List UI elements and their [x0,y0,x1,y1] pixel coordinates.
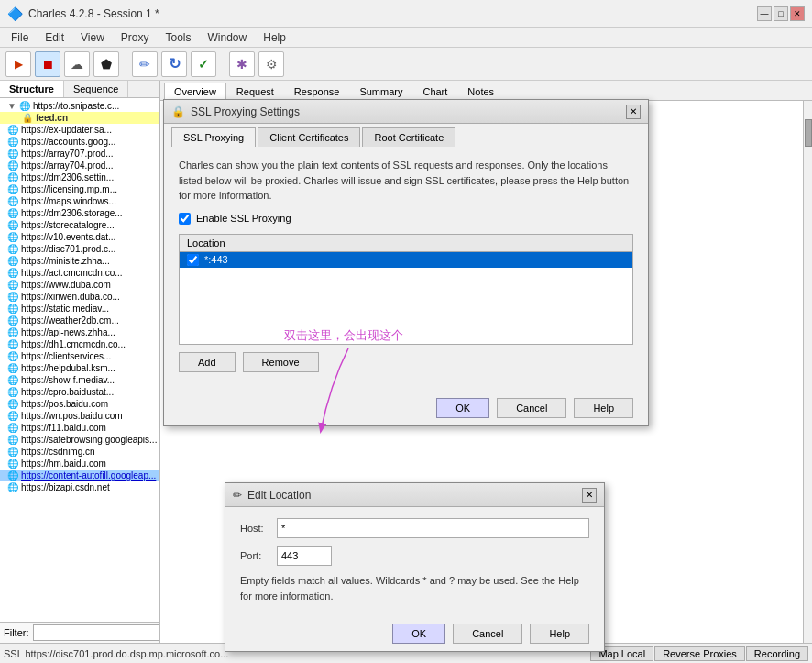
list-item[interactable]: 🌐 https://licensing.mp.m... [0,183,159,195]
edit-dialog-close-button[interactable]: ✕ [582,488,597,503]
stop-recording-button[interactable]: ⏹ [35,51,60,77]
list-item[interactable]: 🌐 https://www.duba.com [0,279,159,291]
list-item[interactable]: 🌐 https://v10.events.dat... [0,231,159,243]
status-text: SSL https://disc701.prod.do.dsp.mp.micro… [4,648,228,659]
edit-dialog-buttons: OK Cancel Help [225,616,604,651]
filter-label: Filter: [4,627,29,638]
edit-request-button[interactable]: ✏ [132,51,158,77]
list-item[interactable]: 🌐 https://array707.prod... [0,148,159,160]
ssl-ok-button[interactable]: OK [436,398,489,418]
settings-button[interactable]: ⚙ [258,51,284,77]
list-item[interactable]: 🌐 https://storecatalogre... [0,219,159,231]
tab-summary[interactable]: Summary [349,83,412,100]
list-item[interactable]: 🌐 https://cpro.baidustat... [0,386,159,398]
tab-response[interactable]: Response [284,83,350,100]
port-input[interactable] [277,546,332,566]
breakpoint-button[interactable]: ⬟ [93,51,119,77]
list-item[interactable]: 🌐 https://safebrowsing.googleapis... [0,434,159,446]
enable-ssl-label: Enable SSL Proxying [196,213,291,224]
recording-button[interactable]: Recording [746,646,808,661]
list-item[interactable]: 🌐 https://maps.windows... [0,195,159,207]
list-item[interactable]: 🌐 https://dh1.cmcmcdn.co... [0,338,159,350]
minimize-button[interactable]: — [757,6,772,21]
list-item[interactable]: 🌐 https://minisite.zhha... [0,255,159,267]
list-item[interactable]: 🌐 https://helpdubal.ksm... [0,362,159,374]
list-item[interactable]: 🌐 https://xinwen.duba.co... [0,291,159,303]
close-button[interactable]: ✕ [790,6,805,21]
app-icon: 🔷 [7,6,23,21]
list-item[interactable]: 🌐 https://accounts.goog... [0,136,159,148]
location-checkbox[interactable] [187,254,199,266]
ssl-dialog-icon: 🔒 [171,105,185,118]
ssl-proxying-tab[interactable]: SSL Proxying [171,127,256,147]
list-item[interactable]: 🌐 https://api-news.zhha... [0,326,159,338]
right-scrollbar[interactable] [803,101,812,643]
tree-area[interactable]: ▼ 🌐 https://to.snipaste.c... 🔒 feed.cn 🌐… [0,98,159,622]
client-certificates-tab[interactable]: Client Certificates [258,127,360,147]
ssl-dialog-title-bar: 🔒 SSL Proxying Settings ✕ [164,100,648,124]
list-item[interactable]: 🌐 https://hm.baidu.com [0,458,159,470]
location-row[interactable]: *:443 [180,252,632,268]
list-item[interactable]: 🌐 https://bizapi.csdn.net [0,481,159,493]
list-item[interactable]: 🌐 https://static.mediav... [0,303,159,315]
start-recording-button[interactable]: ▶ [5,51,31,77]
list-item[interactable]: ▼ 🌐 https://to.snipaste.c... [0,100,159,112]
ssl-help-button[interactable]: Help [574,398,633,418]
list-item[interactable]: 🌐 https://pos.baidu.com [0,398,159,410]
filter-input[interactable] [33,624,161,641]
list-item[interactable]: 🔒 feed.cn [0,112,159,124]
expand-icon: ▼ [7,101,16,111]
tab-notes[interactable]: Notes [457,83,504,100]
ssl-dialog-buttons: OK Cancel Help [164,391,648,425]
tab-chart[interactable]: Chart [412,83,457,100]
list-item[interactable]: 🌐 https://dm2306.storage... [0,207,159,219]
enable-ssl-checkbox[interactable] [179,213,191,225]
list-item[interactable]: 🌐 https://act.cmcmcdn.co... [0,267,159,279]
tab-sequence[interactable]: Sequence [64,81,129,97]
tab-structure[interactable]: Structure [0,81,64,97]
list-item[interactable]: 🌐 https://content-autofill.googleap... [0,470,159,481]
list-item[interactable]: 🌐 https://array704.prod... [0,160,159,171]
add-location-button[interactable]: Add [179,352,236,372]
menu-edit[interactable]: Edit [38,29,71,46]
tab-request[interactable]: Request [226,83,284,100]
left-panel: Structure Sequence ▼ 🌐 https://to.snipas… [0,81,160,643]
validate-button[interactable]: ✓ [191,51,216,77]
enable-ssl-row: Enable SSL Proxying [179,213,633,225]
reverse-proxies-button[interactable]: Reverse Proxies [654,646,745,661]
location-table-header: Location [180,235,632,252]
list-item[interactable]: 🌐 https://csdnimg.cn [0,446,159,458]
list-item[interactable]: 🌐 https://dm2306.settin... [0,171,159,183]
refresh-button[interactable]: ↻ [161,51,187,77]
list-item[interactable]: 🌐 https://clientservices... [0,350,159,362]
list-item[interactable]: 🌐 https://f11.baidu.com [0,422,159,434]
list-item[interactable]: 🌐 https://ex-updater.sa... [0,124,159,136]
edit-cancel-button[interactable]: Cancel [453,624,522,644]
list-item[interactable]: 🌐 https://show-f.mediav... [0,374,159,386]
list-item[interactable]: 🌐 https://disc701.prod.c... [0,243,159,255]
tab-overview[interactable]: Overview [164,83,226,100]
throttle-button[interactable]: ☁ [64,51,90,77]
tools-button[interactable]: ✱ [229,51,255,77]
remove-location-button[interactable]: Remove [243,352,319,372]
app-title: Charles 4.2.8 - Session 1 * [28,7,159,20]
menu-view[interactable]: View [73,29,112,46]
ssl-dialog-title: 🔒 SSL Proxying Settings [171,105,300,118]
root-certificate-tab[interactable]: Root Certificate [362,127,455,147]
host-input[interactable] [277,518,589,538]
edit-help-button[interactable]: Help [530,624,589,644]
menu-proxy[interactable]: Proxy [114,29,157,46]
menu-file[interactable]: File [4,29,36,46]
scroll-thumb[interactable] [805,119,812,147]
ssl-dialog-close-button[interactable]: ✕ [626,105,641,119]
location-table: Location *:443 [179,234,633,345]
menu-window[interactable]: Window [201,29,255,46]
list-item[interactable]: 🌐 https://weather2db.cm... [0,315,159,326]
title-bar: 🔷 Charles 4.2.8 - Session 1 * — □ ✕ [0,0,812,28]
menu-tools[interactable]: Tools [159,29,199,46]
ssl-cancel-button[interactable]: Cancel [497,398,566,418]
menu-help[interactable]: Help [256,29,293,46]
maximize-button[interactable]: □ [774,6,788,21]
edit-ok-button[interactable]: OK [392,624,445,644]
list-item[interactable]: 🌐 https://wn.pos.baidu.com [0,410,159,422]
